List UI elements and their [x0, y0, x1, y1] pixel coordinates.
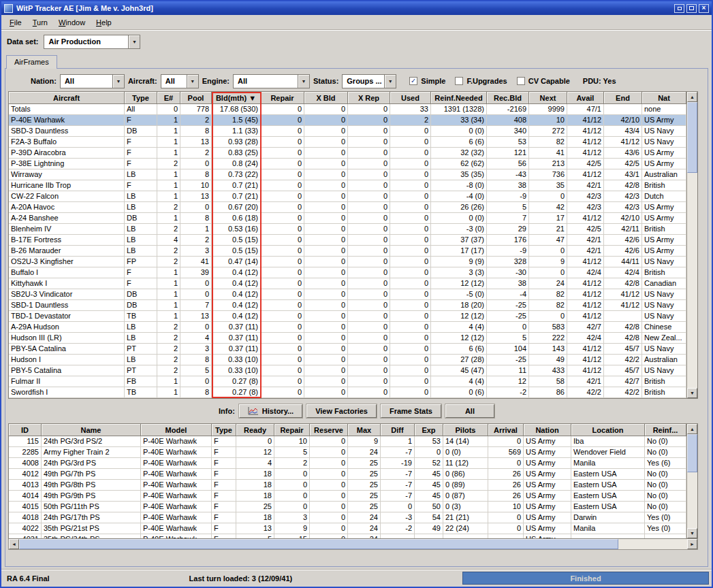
- column-header[interactable]: Pilots: [443, 424, 488, 436]
- groups-vertical-scrollbar[interactable]: ▲ ▼: [686, 424, 697, 538]
- column-header[interactable]: Max: [348, 424, 381, 436]
- all-button[interactable]: All: [445, 404, 494, 418]
- column-header[interactable]: Location: [571, 424, 645, 436]
- scroll-down-button[interactable]: ▼: [687, 528, 697, 538]
- scroll-up-button[interactable]: ▲: [687, 92, 697, 102]
- engine-combo[interactable]: All ▼: [233, 74, 310, 88]
- menu-file[interactable]: File: [4, 16, 27, 29]
- column-header[interactable]: Exp: [415, 424, 443, 436]
- table-row[interactable]: 401249th PG/7th PSP-40E WarhawkF180025-7…: [9, 469, 686, 480]
- title-bar[interactable]: WitP Tracker AE [Jim & Me v. John3rd] ×: [1, 1, 712, 15]
- table-row[interactable]: B-26 MarauderLB230.5 (15)000017 (17)-904…: [9, 246, 686, 257]
- maximize-button[interactable]: [686, 4, 697, 13]
- scroll-down-button[interactable]: ▼: [687, 388, 697, 398]
- table-row[interactable]: Swordfish ITB180.27 (8)00000 (6)-28642/2…: [9, 387, 686, 398]
- table-row[interactable]: PBY-5A CatalinaPT230.37 (11)00006 (6)104…: [9, 344, 686, 355]
- table-row[interactable]: 402235th PG/21st PSP-40E WarhawkF139024-…: [9, 523, 686, 534]
- tab-airframes[interactable]: AirFrames: [6, 55, 57, 69]
- table-row[interactable]: TotalsAll077817.68 (530)000331391 (1328)…: [9, 104, 686, 115]
- column-header[interactable]: E#: [157, 92, 180, 104]
- chevron-down-icon[interactable]: ▼: [384, 75, 396, 88]
- table-row[interactable]: Fulmar IIFB100.27 (8)00004 (4)125842/142…: [9, 376, 686, 387]
- checkbox-box[interactable]: ✓: [409, 77, 417, 85]
- table-row[interactable]: 401349th PG/8th PSP-40E WarhawkF180025-7…: [9, 480, 686, 491]
- column-header[interactable]: Repair: [274, 424, 310, 436]
- table-row[interactable]: SB2U-3 VindicatorDB100.4 (12)0000-5 (0)-…: [9, 289, 686, 300]
- menu-turn[interactable]: Turn: [27, 16, 53, 29]
- column-header[interactable]: Type: [212, 424, 236, 436]
- column-header[interactable]: Arrival: [488, 424, 524, 436]
- column-header[interactable]: Avail: [567, 92, 604, 104]
- table-row[interactable]: 403135th PG/34th PSP-40E WarhawkF515024U…: [9, 534, 686, 538]
- checkbox-box[interactable]: [455, 77, 463, 85]
- column-header[interactable]: Reinf.Needed: [431, 92, 487, 104]
- airframes-vertical-scrollbar[interactable]: ▲ ▼: [686, 92, 697, 398]
- scroll-up-button[interactable]: ▲: [687, 424, 697, 434]
- column-header[interactable]: Rec.Bld: [487, 92, 529, 104]
- scroll-right-button[interactable]: ►: [687, 539, 697, 549]
- column-header[interactable]: Nation: [524, 424, 571, 436]
- column-header[interactable]: Nat: [642, 92, 686, 104]
- table-row[interactable]: B-17E FortressLB420.5 (15)000037 (37)176…: [9, 235, 686, 246]
- chevron-down-icon[interactable]: ▼: [112, 75, 124, 88]
- table-row[interactable]: F2A-3 BuffaloF1130.93 (28)00006 (6)53824…: [9, 137, 686, 148]
- table-row[interactable]: 401824th PG/17th PSP-40E WarhawkF183024-…: [9, 512, 686, 523]
- table-row[interactable]: TBD-1 DevastatorTB1130.4 (12)000012 (12)…: [9, 311, 686, 322]
- scroll-track[interactable]: [618, 539, 687, 549]
- column-header[interactable]: X Bld: [304, 92, 348, 104]
- history-button[interactable]: History...: [239, 404, 302, 418]
- menu-window[interactable]: Window: [53, 16, 91, 29]
- restore-button[interactable]: [674, 4, 684, 13]
- column-header[interactable]: Bld(mth) ▼: [212, 92, 261, 104]
- dataset-combo[interactable]: Air Production ▼: [44, 35, 140, 49]
- table-row[interactable]: 401550th PG/11th PSP-40E WarhawkF2500250…: [9, 502, 686, 512]
- table-row[interactable]: A-24 BansheeDB180.6 (18)00000 (0)71741/1…: [9, 213, 686, 224]
- table-row[interactable]: P-38E LightningF200.8 (24)000062 (62)562…: [9, 159, 686, 169]
- table-row[interactable]: CW-22 FalconLB1130.7 (21)0000-4 (0)-9042…: [9, 191, 686, 202]
- checkbox-cv-capable[interactable]: CV Capable: [517, 77, 570, 85]
- scroll-track[interactable]: [687, 173, 697, 388]
- column-header[interactable]: End: [604, 92, 642, 104]
- column-header[interactable]: Aircraft: [9, 92, 125, 104]
- scroll-thumb[interactable]: [19, 539, 618, 549]
- table-row[interactable]: Kittyhawk IF100.4 (12)000012 (12)382441/…: [9, 278, 686, 289]
- table-row[interactable]: P-39D AiracobraF120.83 (25)000032 (32)12…: [9, 148, 686, 159]
- scroll-left-button[interactable]: ◄: [9, 539, 19, 549]
- table-row[interactable]: 401449th PG/9th PSP-40E WarhawkF180025-7…: [9, 491, 686, 502]
- column-header[interactable]: Next: [529, 92, 567, 104]
- column-header[interactable]: Ready: [236, 424, 274, 436]
- table-row[interactable]: 11524th PG/3rd PS/2P-40E WarhawkF0100915…: [9, 436, 686, 447]
- table-row[interactable]: P-40E WarhawkF121.5 (45)000233 (34)40810…: [9, 115, 686, 126]
- column-header[interactable]: Model: [141, 424, 212, 436]
- table-row[interactable]: PBY-5 CatalinaPT250.33 (10)000045 (47)11…: [9, 365, 686, 376]
- table-row[interactable]: 2285Army Figher Train 2P-40E WarhawkF125…: [9, 447, 686, 458]
- table-row[interactable]: OS2U-3 KingfisherFP2410.47 (14)00009 (9)…: [9, 257, 686, 267]
- table-row[interactable]: Hudson III (LR)LB240.37 (11)000012 (12)5…: [9, 333, 686, 344]
- column-header[interactable]: ID: [9, 424, 42, 436]
- table-row[interactable]: SBD-3 DauntlessDB181.1 (33)00000 (0)3402…: [9, 126, 686, 137]
- table-row[interactable]: Buffalo IF1390.4 (12)00003 (3)-30042/442…: [9, 267, 686, 278]
- frame-stats-button[interactable]: Frame Stats: [381, 404, 441, 418]
- nation-combo[interactable]: All ▼: [60, 74, 125, 88]
- scroll-thumb[interactable]: [687, 102, 697, 173]
- close-button[interactable]: ×: [699, 4, 709, 13]
- checkbox-box[interactable]: [517, 77, 525, 85]
- table-row[interactable]: Hudson ILB280.33 (10)000027 (28)-254941/…: [9, 355, 686, 365]
- table-row[interactable]: Hurricane IIb TropF1100.7 (21)0000-8 (0)…: [9, 180, 686, 191]
- view-factories-button[interactable]: View Factories: [306, 404, 377, 418]
- table-row[interactable]: A-20A HavocLB200.67 (20)000026 (26)54242…: [9, 202, 686, 213]
- status-combo[interactable]: Groups ... ▼: [342, 74, 396, 88]
- table-row[interactable]: 400824th PG/3rd PSP-40E WarhawkF42025-19…: [9, 458, 686, 469]
- checkbox-simple[interactable]: ✓Simple: [409, 77, 445, 85]
- checkbox-f-upgrades[interactable]: F.Upgrades: [455, 77, 507, 85]
- chevron-down-icon[interactable]: ▼: [187, 75, 198, 88]
- column-header[interactable]: Name: [42, 424, 141, 436]
- scroll-track[interactable]: [687, 472, 697, 528]
- column-header[interactable]: Type: [125, 92, 157, 104]
- table-row[interactable]: Blenheim IVLB210.53 (16)0000-3 (0)292142…: [9, 224, 686, 235]
- menu-help[interactable]: Help: [91, 16, 117, 29]
- chevron-down-icon[interactable]: ▼: [128, 35, 140, 48]
- column-header[interactable]: Reinf...: [645, 424, 686, 436]
- column-header[interactable]: X Rep: [348, 92, 390, 104]
- groups-horizontal-scrollbar[interactable]: ◄ ►: [8, 539, 698, 550]
